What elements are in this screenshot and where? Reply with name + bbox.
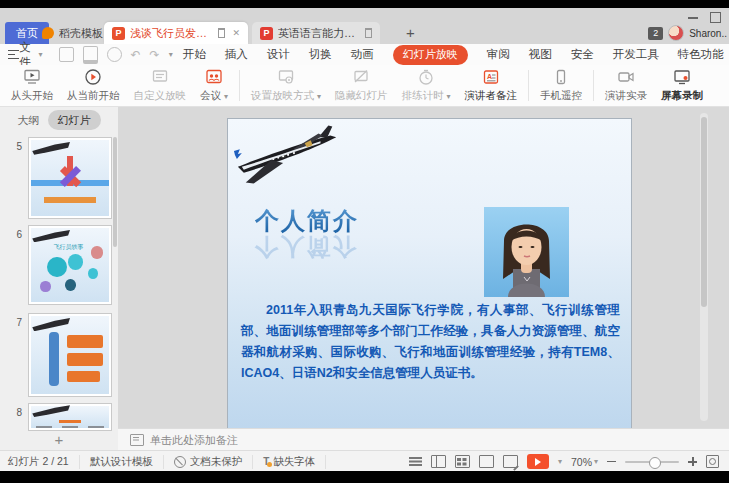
print-icon[interactable] xyxy=(83,46,98,64)
zoom-slider-knob[interactable] xyxy=(649,457,661,469)
zoom-value: 70% xyxy=(571,456,592,468)
undo-icon[interactable]: ↶ xyxy=(131,49,141,61)
avatar[interactable] xyxy=(668,25,684,41)
notes-toggle-icon[interactable] xyxy=(409,457,422,466)
menu-bar: 文件 ▾ ↶ ↷ ▾ 开始 插入 设计 切换 动画 幻灯片放映 审阅 视图 安全… xyxy=(0,44,729,65)
editing-canvas: 个人简介 个人简介 2011年入职青岛九天国际飞行学院，有人事部、飞行训练 xyxy=(118,107,729,428)
ink-annotation-icon[interactable] xyxy=(503,455,518,468)
play-options-icon[interactable]: ▾ xyxy=(558,457,562,466)
slide-panel: 大纲 幻灯片 5 6 飞行员轶事 7 xyxy=(0,107,119,450)
menu-special-features[interactable]: 特色功能 xyxy=(678,47,724,62)
tab-float-icon[interactable] xyxy=(218,28,226,38)
menu-view[interactable]: 视图 xyxy=(529,47,552,62)
speaker-notes-icon: A xyxy=(482,68,500,86)
tab-close-icon[interactable]: ✕ xyxy=(232,28,240,38)
portrait-photo[interactable] xyxy=(484,207,569,297)
menu-design[interactable]: 设计 xyxy=(267,47,290,62)
slide-thumbnail-6[interactable]: 飞行员轶事 xyxy=(28,225,112,305)
diagram-bar xyxy=(49,332,60,386)
custom-show-icon xyxy=(151,68,169,86)
menu-security[interactable]: 安全 xyxy=(571,47,594,62)
docer-icon xyxy=(42,27,54,39)
tab-slides[interactable]: 幻灯片 xyxy=(48,110,101,130)
eagle-logo xyxy=(234,149,242,159)
tab-outline[interactable]: 大纲 xyxy=(18,113,40,128)
tab-pdf-document[interactable]: P 英语语言能力测试大纲.pdf xyxy=(252,22,380,44)
menu-review[interactable]: 审阅 xyxy=(487,47,510,62)
normal-view-icon[interactable] xyxy=(431,455,446,468)
meeting-button[interactable]: 会议 xyxy=(193,65,235,106)
play-from-beginning-button[interactable]: 从头开始 xyxy=(4,65,60,106)
menu-start[interactable]: 开始 xyxy=(183,47,206,62)
letterbox-bottom xyxy=(0,471,729,483)
menu-transition[interactable]: 切换 xyxy=(309,47,332,62)
zoom-in-button[interactable] xyxy=(688,457,697,466)
slide-body-text[interactable]: 2011年入职青岛九天国际飞行学院，有人事部、飞行训练管理部、地面训练管理部等多… xyxy=(241,300,620,384)
print-preview-icon[interactable] xyxy=(107,47,122,62)
redo-icon[interactable]: ↷ xyxy=(150,49,160,61)
slide-thumbnail-8[interactable] xyxy=(28,403,112,431)
menu-dev-tools[interactable]: 开发工具 xyxy=(613,47,659,62)
svg-text:A: A xyxy=(487,73,492,80)
add-slide-button[interactable]: + xyxy=(0,431,118,448)
vertical-scrollbar[interactable] xyxy=(700,113,708,421)
ribbon-label: 自定义放映 xyxy=(134,89,187,103)
minimize-icon[interactable] xyxy=(688,17,698,19)
screen-record-icon xyxy=(673,68,691,86)
tab-label: 英语语言能力测试大纲.pdf xyxy=(278,26,360,41)
ppt-file-icon: P xyxy=(112,27,125,40)
current-slide[interactable]: 个人简介 个人简介 2011年入职青岛九天国际飞行学院，有人事部、飞行训练 xyxy=(227,118,632,430)
slide-number: 6 xyxy=(6,229,22,240)
play-from-beginning-icon xyxy=(23,68,41,86)
show-settings-icon xyxy=(277,68,295,86)
reading-view-icon[interactable] xyxy=(479,455,494,468)
ribbon-label: 从当前开始 xyxy=(67,89,120,103)
user-name[interactable]: Sharon.. xyxy=(689,28,727,39)
protection-status[interactable]: 文档未保护 xyxy=(164,455,254,469)
menu-slideshow-active[interactable]: 幻灯片放映 xyxy=(393,45,468,65)
fit-window-button[interactable] xyxy=(706,455,719,468)
custom-show-button: 自定义放映 xyxy=(127,65,194,106)
tab-presentation-active[interactable]: P 浅谈飞行员发展之路.ppt ✕ xyxy=(104,22,248,44)
unprotected-icon xyxy=(174,456,186,468)
save-icon[interactable] xyxy=(59,47,74,62)
scrollbar-thumb[interactable] xyxy=(701,117,707,307)
slide-thumbnail-5[interactable] xyxy=(28,137,112,219)
notification-badge[interactable]: 2 xyxy=(648,27,663,40)
diagram-bar xyxy=(44,197,96,203)
screen-record-button[interactable]: 屏幕录制 xyxy=(654,65,710,106)
ribbon-label: 隐藏幻灯片 xyxy=(335,89,388,103)
record-lecture-button[interactable]: 演讲实录 xyxy=(598,65,654,106)
diagram-box xyxy=(67,353,103,365)
text-line xyxy=(36,426,52,428)
slide-thumbnail-7[interactable] xyxy=(28,313,112,397)
text-line xyxy=(88,426,104,428)
slideshow-play-button[interactable] xyxy=(527,454,549,469)
notes-bar[interactable]: 单击此处添加备注 xyxy=(118,428,729,451)
protection-label: 文档未保护 xyxy=(190,455,243,469)
slideshow-ribbon: 从头开始 从当前开始 自定义放映 会议 xyxy=(0,65,729,107)
meeting-icon xyxy=(205,68,223,86)
divider xyxy=(528,70,529,101)
zoom-out-button[interactable] xyxy=(607,461,616,463)
design-template[interactable]: 默认设计模板 xyxy=(80,455,164,469)
panel-scrollbar[interactable] xyxy=(113,137,117,247)
menu-insert[interactable]: 插入 xyxy=(225,47,248,62)
ribbon-label: 演讲者备注 xyxy=(465,89,518,103)
more-commands-icon[interactable]: ▾ xyxy=(169,50,173,59)
zoom-level[interactable]: 70% ▾ xyxy=(571,456,598,468)
new-tab-button[interactable]: + xyxy=(406,24,415,41)
missing-fonts[interactable]: T 缺失字体 xyxy=(253,455,326,469)
diagram-circle xyxy=(47,257,67,277)
hide-slide-button: 隐藏幻灯片 xyxy=(328,65,395,106)
slide-sorter-icon[interactable] xyxy=(455,455,470,468)
maximize-icon[interactable] xyxy=(710,12,721,23)
speaker-notes-button[interactable]: A 演讲者备注 xyxy=(458,65,525,106)
menu-items: 开始 插入 设计 切换 动画 幻灯片放映 审阅 视图 安全 开发工具 特色功能 xyxy=(183,45,724,65)
tab-float-icon[interactable] xyxy=(365,28,372,38)
phone-remote-button[interactable]: 手机遥控 xyxy=(533,65,589,106)
play-from-current-button[interactable]: 从当前开始 xyxy=(60,65,127,106)
menu-animation[interactable]: 动画 xyxy=(351,47,374,62)
text-line xyxy=(62,426,78,428)
zoom-slider[interactable] xyxy=(625,461,679,463)
